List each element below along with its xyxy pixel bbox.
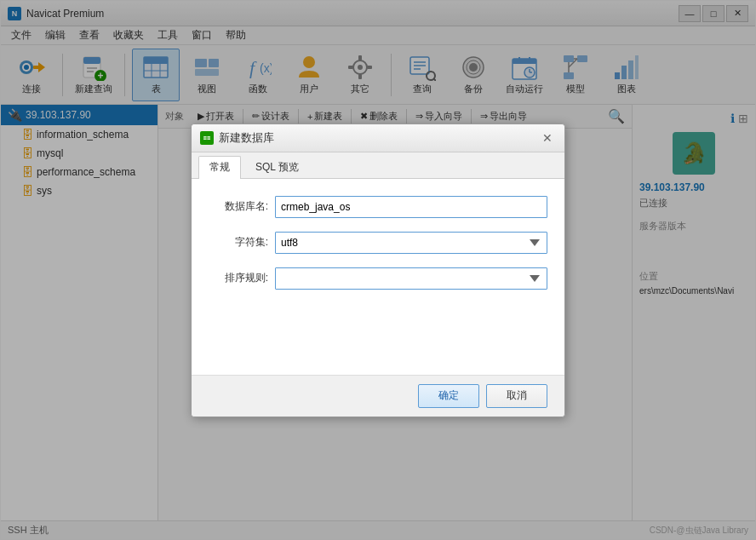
db-name-label: 数据库名:	[209, 199, 268, 214]
modal-title-bar: 新建数据库 ✕	[192, 124, 564, 152]
db-name-row: 数据库名:	[209, 196, 547, 218]
db-name-input[interactable]	[275, 196, 547, 218]
charset-label: 字符集:	[209, 235, 268, 250]
modal-close-button[interactable]: ✕	[539, 129, 556, 146]
collation-label: 排序规则:	[209, 271, 268, 285]
modal-content: 数据库名: 字符集: utf8 utf8mb4 latin1 排序规则:	[192, 179, 564, 307]
collation-row: 排序规则:	[209, 267, 547, 290]
new-database-modal: 新建数据库 ✕ 常规 SQL 预览 数据库名: 字符集: utf8 utf8m	[191, 124, 565, 417]
modal-footer: 确定 取消	[192, 375, 564, 416]
confirm-button[interactable]: 确定	[418, 384, 479, 408]
charset-row: 字符集: utf8 utf8mb4 latin1	[209, 232, 547, 254]
charset-select[interactable]: utf8 utf8mb4 latin1	[275, 232, 547, 254]
modal-title-icon	[200, 131, 214, 145]
modal-tabs: 常规 SQL 预览	[192, 152, 564, 179]
modal-tab-sql-preview[interactable]: SQL 预览	[244, 156, 310, 178]
modal-empty-area	[192, 307, 564, 375]
collation-select[interactable]	[275, 267, 547, 290]
modal-tab-general[interactable]: 常规	[198, 156, 241, 179]
modal-overlay: 新建数据库 ✕ 常规 SQL 预览 数据库名: 字符集: utf8 utf8m	[1, 1, 755, 539]
modal-title-text: 新建数据库	[219, 130, 539, 146]
cancel-button[interactable]: 取消	[486, 384, 547, 408]
